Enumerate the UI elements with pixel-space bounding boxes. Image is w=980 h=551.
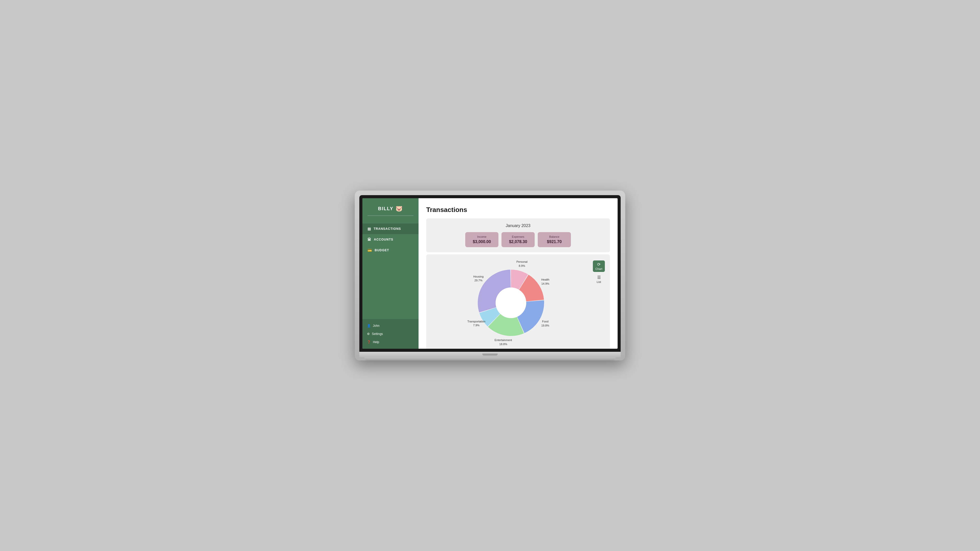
accounts-icon: 🏛 — [368, 238, 371, 241]
settings-item[interactable]: ⚙ Settings — [363, 330, 418, 338]
screen-bezel: BILLY 🐷 ▤ TRANSACTIONS 🏛 ACCOUNTS — [360, 195, 620, 352]
month-label: January 2023 — [431, 224, 605, 228]
laptop-frame: BILLY 🐷 ▤ TRANSACTIONS 🏛 ACCOUNTS — [355, 191, 625, 360]
screen: BILLY 🐷 ▤ TRANSACTIONS 🏛 ACCOUNTS — [363, 198, 617, 349]
chart-button-label: Chart — [595, 267, 602, 270]
balance-value: $921.70 — [543, 240, 566, 244]
logo-divider — [368, 216, 414, 216]
help-item[interactable]: ❓ Help — [363, 338, 418, 346]
chart-button-icon: ⟳ — [597, 262, 600, 267]
chart-section: Personal8.9%Health14.9%Food19.8%Entertai… — [426, 254, 610, 349]
label-food: Food19.8% — [536, 320, 554, 327]
logo-area: BILLY 🐷 — [363, 198, 418, 221]
donut-chart: Personal8.9%Health14.9%Food19.8%Entertai… — [431, 259, 590, 346]
label-housing: Housing29.7% — [469, 275, 487, 283]
label-personal: Personal8.9% — [513, 260, 531, 268]
label-transportation: Transportation7.9% — [467, 320, 485, 327]
page-title: Transactions — [426, 206, 610, 214]
app-logo: BILLY 🐷 — [378, 205, 403, 212]
income-value: $3,000.00 — [470, 240, 493, 244]
sidebar-item-transactions[interactable]: ▤ TRANSACTIONS — [363, 224, 418, 234]
budget-icon: 💳 — [368, 248, 372, 252]
label-entertainment: Entertainment18.8% — [494, 338, 512, 346]
chart-controls: ⟳ Chart ☰ List — [593, 259, 605, 285]
transactions-icon: ▤ — [368, 227, 371, 231]
sidebar-item-budget-label: BUDGET — [375, 248, 389, 252]
user-icon: 👤 — [367, 324, 371, 327]
sidebar-nav: ▤ TRANSACTIONS 🏛 ACCOUNTS 💳 BUDGET — [363, 221, 418, 319]
laptop-notch — [482, 354, 498, 356]
main-content: Transactions January 2023 Income $3,000.… — [418, 198, 617, 349]
sidebar-item-budget[interactable]: 💳 BUDGET — [363, 245, 418, 256]
sidebar: BILLY 🐷 ▤ TRANSACTIONS 🏛 ACCOUNTS — [363, 198, 418, 349]
expenses-label: Expenses — [507, 235, 530, 238]
settings-icon: ⚙ — [367, 332, 370, 336]
user-label: John — [373, 324, 380, 327]
income-card: Income $3,000.00 — [465, 232, 498, 247]
settings-label: Settings — [372, 332, 383, 336]
label-health: Health14.9% — [536, 278, 554, 286]
chart-view-button[interactable]: ⟳ Chart — [593, 260, 605, 272]
balance-label: Balance — [543, 235, 566, 238]
donut-hole — [496, 287, 526, 318]
balance-card: Balance $921.70 — [538, 232, 571, 247]
sidebar-item-accounts-label: ACCOUNTS — [374, 238, 393, 241]
sidebar-item-transactions-label: TRANSACTIONS — [374, 227, 401, 230]
summary-section: January 2023 Income $3,000.00 Expenses $… — [426, 218, 610, 252]
list-button-icon: ☰ — [597, 275, 601, 280]
app-name: BILLY — [378, 206, 393, 211]
expenses-card: Expenses $2,078.30 — [501, 232, 535, 247]
laptop-foot — [364, 357, 616, 360]
list-button-label: List — [597, 280, 601, 283]
expenses-value: $2,078.30 — [507, 240, 530, 244]
help-icon: ❓ — [367, 340, 371, 344]
list-view-button[interactable]: ☰ List — [593, 273, 605, 285]
user-item[interactable]: 👤 John — [363, 322, 418, 330]
laptop-base — [360, 352, 620, 357]
income-label: Income — [470, 235, 493, 238]
logo-icon: 🐷 — [396, 205, 403, 212]
help-label: Help — [373, 340, 379, 344]
summary-cards: Income $3,000.00 Expenses $2,078.30 Bala… — [431, 232, 605, 247]
sidebar-item-accounts[interactable]: 🏛 ACCOUNTS — [363, 234, 418, 245]
sidebar-bottom: 👤 John ⚙ Settings ❓ Help — [363, 319, 418, 349]
